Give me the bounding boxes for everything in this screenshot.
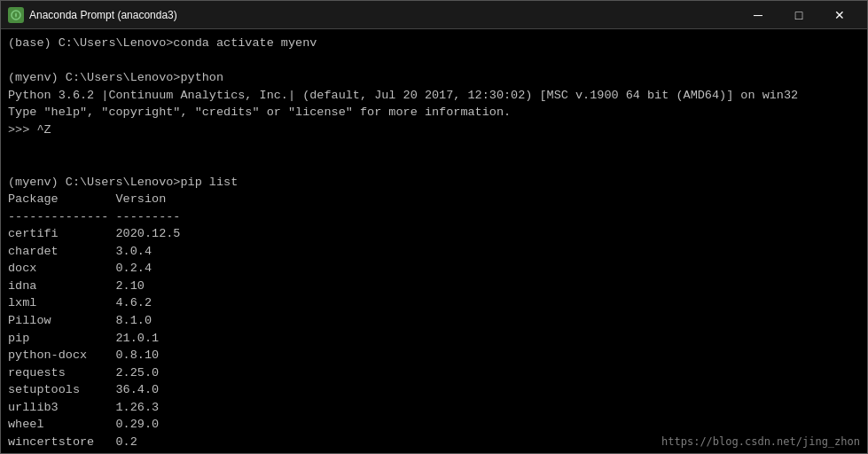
terminal-body[interactable]: (base) C:\Users\Lenovo>conda activate my…	[1, 29, 867, 453]
window-controls: ─ □ ✕	[738, 1, 860, 29]
close-button[interactable]: ✕	[819, 1, 860, 29]
titlebar: Anaconda Prompt (anaconda3) ─ □ ✕	[1, 1, 867, 29]
maximize-button[interactable]: □	[778, 1, 819, 29]
terminal-output: (base) C:\Users\Lenovo>conda activate my…	[8, 35, 860, 453]
window-title: Anaconda Prompt (anaconda3)	[29, 9, 738, 21]
minimize-button[interactable]: ─	[738, 1, 778, 29]
anaconda-icon	[8, 7, 24, 23]
terminal-window: Anaconda Prompt (anaconda3) ─ □ ✕ (base)…	[0, 0, 868, 454]
watermark-text: https://blog.csdn.net/jing_zhon	[661, 435, 860, 448]
